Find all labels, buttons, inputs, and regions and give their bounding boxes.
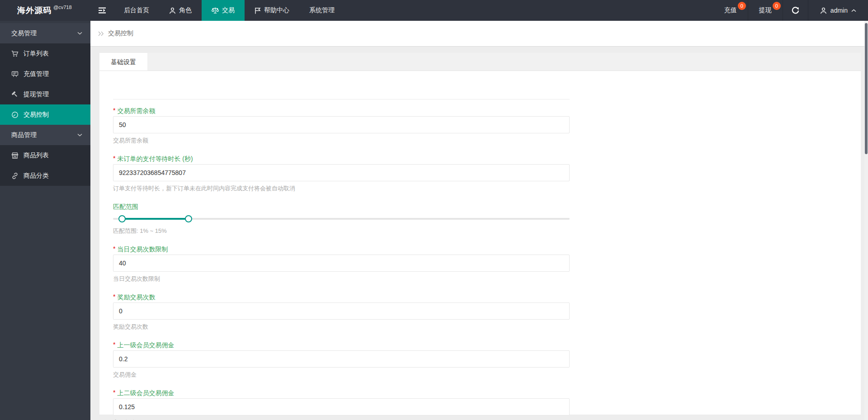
recharge-button[interactable]: 充值 0 — [713, 0, 748, 21]
vertical-scrollbar[interactable] — [864, 21, 868, 420]
user-icon — [820, 7, 827, 14]
sidebar-group-product-management[interactable]: 商品管理 — [0, 125, 90, 145]
username: admin — [830, 7, 848, 14]
sidebar: 交易管理 订单列表 充值管理 提现管理 交易控制 商品管理 — [0, 21, 90, 420]
scrollbar-thumb[interactable] — [865, 23, 868, 154]
nav-label: 后台首页 — [124, 6, 149, 14]
tab-basic-settings[interactable]: 基础设置 — [99, 53, 147, 71]
field-help: 交易所需余额 — [113, 136, 570, 145]
sidebar-item-label: 交易控制 — [24, 111, 49, 119]
nav-item-roles[interactable]: 角色 — [159, 0, 202, 21]
nav-label: 角色 — [179, 6, 192, 14]
link-icon — [11, 172, 19, 179]
board-icon — [11, 71, 19, 78]
nav-label: 交易 — [222, 6, 235, 14]
refresh-button[interactable] — [783, 0, 808, 21]
sidebar-item-product-list[interactable]: 商品列表 — [0, 145, 90, 165]
match-range-slider — [113, 214, 570, 224]
flag-icon — [255, 7, 261, 14]
sidebar-item-label: 订单列表 — [24, 50, 49, 58]
nav-label: 系统管理 — [309, 6, 335, 14]
nav-item-help-center[interactable]: 帮助中心 — [245, 0, 299, 21]
required-asterisk: * — [113, 389, 115, 396]
field-required-balance: *交易所需余额 交易所需余额 — [113, 106, 570, 145]
hamburger-icon — [99, 7, 106, 14]
sidebar-item-trade-control[interactable]: 交易控制 — [0, 104, 90, 125]
sidebar-item-label: 商品列表 — [24, 151, 49, 160]
required-asterisk: * — [113, 155, 115, 162]
field-label: *上一级会员交易佣金 — [113, 340, 570, 349]
collapse-menu-button[interactable] — [90, 0, 114, 21]
app-logo: 海外源码 @cv718 — [0, 0, 90, 21]
sidebar-item-withdraw-management[interactable]: 提现管理 — [0, 84, 90, 104]
main-area: 交易控制 基础设置 *交易所需余额 交易所需余额 *未订单的支付等待时长 (秒)… — [90, 21, 868, 420]
field-help: 当日交易次数限制 — [113, 274, 570, 283]
settings-form: *交易所需余额 交易所需余额 *未订单的支付等待时长 (秒) 订单支付等待时长，… — [113, 71, 861, 420]
sidebar-item-label: 充值管理 — [24, 70, 49, 78]
field-help: 匹配范围: 1% ~ 15% — [113, 227, 570, 235]
required-asterisk: * — [113, 293, 115, 300]
cart-icon — [11, 50, 19, 57]
field-label: *未订单的支付等待时长 (秒) — [113, 154, 570, 163]
reward-trade-count-input[interactable] — [113, 302, 570, 320]
scales-icon — [212, 7, 219, 14]
slider-handle-min[interactable] — [118, 215, 126, 222]
slider-fill — [122, 218, 188, 220]
chevron-down-icon — [77, 32, 82, 35]
field-reward-trade-count: *奖励交易次数 奖励交易次数 — [113, 293, 570, 331]
store-icon — [11, 152, 19, 159]
sidebar-item-label: 商品分类 — [24, 172, 49, 180]
app-subtitle: @cv718 — [53, 5, 72, 10]
user-icon — [169, 7, 176, 14]
form-divider — [113, 99, 570, 99]
user-menu[interactable]: admin — [808, 0, 868, 21]
sidebar-group-label: 交易管理 — [11, 29, 37, 38]
refresh-icon — [792, 7, 799, 14]
dashboard-icon — [11, 111, 19, 118]
nav-item-dashboard[interactable]: 后台首页 — [114, 0, 159, 21]
sidebar-item-product-category[interactable]: 商品分类 — [0, 165, 90, 186]
level1-commission-input[interactable] — [113, 350, 570, 368]
required-asterisk: * — [113, 107, 115, 114]
nav-label: 帮助中心 — [264, 6, 289, 14]
breadcrumb: 交易控制 — [90, 21, 868, 47]
field-payment-wait-time: *未订单的支付等待时长 (秒) 订单支付等待时长，新下订单未在此时间内容完成支付… — [113, 154, 570, 193]
sidebar-item-recharge-management[interactable]: 充值管理 — [0, 64, 90, 84]
level2-commission-input[interactable] — [113, 398, 570, 415]
sidebar-item-order-list[interactable]: 订单列表 — [0, 43, 90, 64]
sidebar-group-label: 商品管理 — [11, 131, 37, 139]
settings-card: 基础设置 *交易所需余额 交易所需余额 *未订单的支付等待时长 (秒) 订单支付… — [99, 53, 861, 415]
field-help: 交易佣金 — [113, 370, 570, 379]
field-level1-commission: *上一级会员交易佣金 交易佣金 — [113, 340, 570, 379]
field-label: *上二级会员交易佣金 — [113, 388, 570, 397]
sidebar-group-trade-management[interactable]: 交易管理 — [0, 23, 90, 43]
required-asterisk: * — [113, 341, 115, 348]
field-help: 奖励交易次数 — [113, 322, 570, 331]
topbar-right: 充值 0 提现 0 admin — [713, 0, 868, 21]
chevron-up-icon — [851, 9, 856, 12]
field-level2-commission: *上二级会员交易佣金 交易佣金 — [113, 388, 570, 420]
withdraw-button[interactable]: 提现 0 — [748, 0, 783, 21]
required-asterisk: * — [113, 245, 115, 252]
breadcrumb-current: 交易控制 — [108, 29, 133, 38]
topbar: 海外源码 @cv718 后台首页 角色 交易 帮助中心 — [0, 0, 868, 21]
slider-handle-max[interactable] — [185, 215, 192, 222]
sidebar-item-label: 提现管理 — [24, 90, 49, 99]
tab-strip: 基础设置 — [99, 53, 861, 71]
gavel-icon — [11, 91, 19, 98]
top-nav: 后台首页 角色 交易 帮助中心 系统管理 — [114, 0, 344, 21]
field-match-range: 匹配范围 匹配范围: 1% ~ 15% — [113, 202, 570, 235]
recharge-badge: 0 — [738, 2, 746, 10]
field-help: 订单支付等待时长，新下订单未在此时间内容完成支付将会被自动取消 — [113, 184, 570, 193]
field-help: 交易佣金 — [113, 418, 570, 420]
nav-item-trade[interactable]: 交易 — [202, 0, 245, 21]
recharge-label: 充值 — [724, 6, 737, 14]
field-daily-trade-limit: *当日交易次数限制 当日交易次数限制 — [113, 245, 570, 283]
payment-wait-time-input[interactable] — [113, 164, 570, 181]
double-chevron-icon — [98, 31, 104, 36]
required-balance-input[interactable] — [113, 116, 570, 133]
field-label: *当日交易次数限制 — [113, 245, 570, 254]
daily-trade-limit-input[interactable] — [113, 255, 570, 272]
nav-item-system[interactable]: 系统管理 — [299, 0, 344, 21]
withdraw-badge: 0 — [773, 2, 781, 10]
